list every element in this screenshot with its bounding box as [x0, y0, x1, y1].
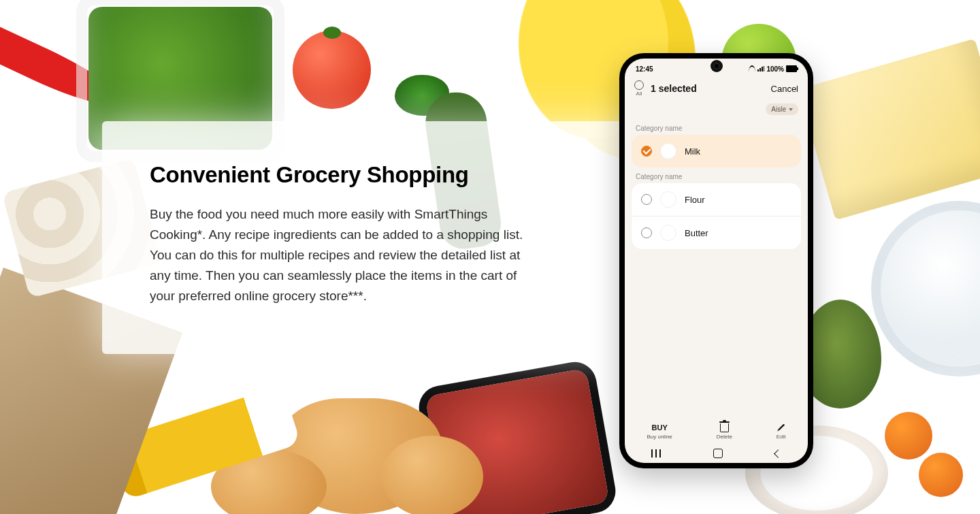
food-chili	[0, 12, 128, 117]
list-card: Milk	[632, 135, 801, 167]
pencil-icon	[777, 424, 785, 432]
signal-icon	[757, 66, 764, 71]
food-meat	[425, 368, 609, 514]
food-tomato	[293, 31, 371, 109]
food-sweet-potato	[211, 449, 327, 514]
buy-online-button[interactable]: BUY Buy online	[647, 423, 672, 440]
android-nav-bar	[625, 444, 808, 463]
app-bar: All 1 selected Cancel	[625, 76, 808, 99]
item-name: Butter	[685, 228, 708, 238]
food-parsley	[395, 75, 449, 116]
food-carrot	[878, 378, 980, 514]
food-juice-bottle	[108, 385, 301, 500]
select-all-button[interactable]: All	[634, 80, 644, 97]
item-thumbnail	[660, 143, 676, 159]
nav-recent-button[interactable]	[651, 449, 661, 457]
battery-icon	[786, 65, 797, 72]
sort-chip-label: Aisle	[771, 106, 786, 113]
item-name: Flour	[685, 195, 705, 205]
select-all-radio-icon	[634, 80, 644, 90]
selection-count: 1 selected	[651, 83, 697, 94]
sort-chip[interactable]: Aisle	[766, 103, 798, 115]
buy-label: BUY	[652, 423, 668, 432]
delete-label: Delete	[717, 434, 732, 440]
status-battery-text: 100%	[766, 65, 784, 73]
bottom-action-bar: BUY Buy online Delete Edit	[625, 417, 808, 444]
select-all-label: All	[636, 91, 642, 97]
food-butter	[798, 39, 980, 221]
food-sweet-potato	[381, 436, 483, 514]
nav-back-button[interactable]	[774, 449, 783, 458]
checkbox-icon[interactable]	[641, 194, 652, 205]
nav-home-button[interactable]	[713, 449, 723, 458]
edit-button[interactable]: Edit	[777, 423, 786, 440]
list-card: Flour Butter	[632, 183, 801, 249]
wifi-icon	[749, 65, 755, 72]
hero-body: Buy the food you need much more easily w…	[150, 204, 544, 306]
phone-mockup: 12:45 100% All 1 selected Cancel Aisle	[619, 53, 813, 468]
edit-label: Edit	[777, 434, 786, 440]
checkbox-icon[interactable]	[641, 227, 652, 238]
section-header: Category name	[625, 167, 808, 183]
list-item[interactable]: Milk	[632, 135, 801, 167]
food-water	[871, 201, 980, 376]
hero-title: Convenient Grocery Shopping	[150, 162, 640, 188]
food-sweet-potato	[279, 398, 442, 514]
item-name: Milk	[685, 146, 700, 157]
hero-text-card: Convenient Grocery Shopping Buy the food…	[102, 121, 687, 354]
status-time: 12:45	[636, 65, 653, 73]
checkbox-icon[interactable]	[641, 146, 652, 157]
buy-sublabel: Buy online	[647, 434, 672, 440]
item-thumbnail	[660, 225, 676, 241]
list-item[interactable]: Flour	[632, 183, 801, 216]
phone-screen: 12:45 100% All 1 selected Cancel Aisle	[625, 59, 808, 463]
chevron-down-icon	[789, 108, 793, 111]
phone-camera-notch	[713, 63, 720, 69]
cancel-button[interactable]: Cancel	[771, 84, 798, 94]
list-item[interactable]: Butter	[632, 216, 801, 249]
section-header: Category name	[625, 119, 808, 135]
trash-icon	[720, 423, 729, 432]
item-thumbnail	[660, 191, 676, 208]
delete-button[interactable]: Delete	[717, 423, 732, 440]
